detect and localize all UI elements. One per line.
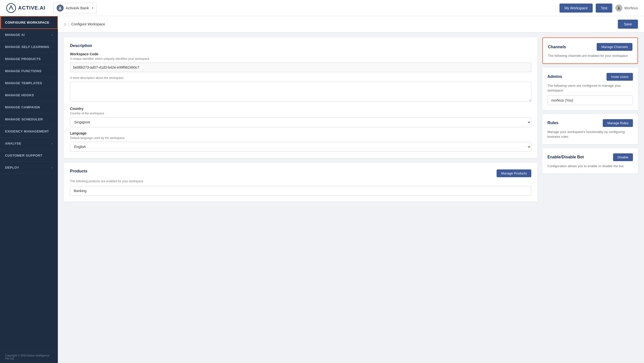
breadcrumb-current: Configure Workspace [71,22,105,26]
sidebar-label-deploy: DEPLOY [5,166,19,169]
breadcrumb: ⌂ | Configure Workspace [64,22,105,26]
description-hint: A short description about the workspace [70,76,531,80]
language-label: Language [70,131,531,135]
bot-title: Enable/Disable Bot [547,155,584,159]
products-subtitle: The following products are enabled for y… [70,179,531,183]
country-label: Country [70,107,531,111]
rules-panel-header: Rules Manage Rules [547,119,633,127]
channels-panel-card: Channels Manage Channels The following c… [542,37,638,64]
language-hint: Default language used by the workspace [70,136,531,140]
sidebar-label-manage-self-learning: MANAGE SELF LEARNING [5,45,49,49]
sidebar-item-manage-products[interactable]: MANAGE PRODUCTS [0,53,58,65]
logo-icon [6,3,16,13]
chevron-icon-manage-ai: › [52,33,53,37]
rules-description: Manage your workspace's functionality by… [547,129,633,139]
workspace-name: ActiveAi Bank [66,6,89,10]
sidebar-label-manage-templates: MANAGE TEMPLATES [5,81,42,85]
svg-point-3 [618,7,619,8]
bot-description: Configuration allows you to enable or di… [547,164,633,169]
test-button[interactable]: Test [596,4,612,13]
sidebar-footer: Copyright © 2020 Active Intelligence Pte… [0,351,58,363]
description-card: Description Workspace Code A unique iden… [64,37,537,158]
product-item: Banking [70,186,531,196]
channels-panel-header: Channels Manage Channels [548,43,632,51]
sidebar-label-manage-campaign: MANAGE CAMPAIGN [5,105,40,109]
description-textarea[interactable] [70,82,531,102]
header-actions: My Workspace Test Morfeus [559,4,638,13]
svg-point-2 [59,7,61,8]
user-area: Morfeus [615,5,638,12]
workspace-dropdown-arrow: ▾ [92,6,93,10]
sidebar-item-analyse[interactable]: ANALYSE › [0,138,58,150]
sidebar-item-manage-self-learning[interactable]: MANAGE SELF LEARNING [0,41,58,53]
content-grid: Description Workspace Code A unique iden… [58,32,644,207]
admins-panel-header: Admins Invite Users [547,73,633,81]
workspace-selector[interactable]: ActiveAi Bank ▾ [53,3,97,13]
products-card: Products Manage Products The following p… [64,163,537,202]
sidebar-item-manage-scheduler[interactable]: MANAGE SCHEDULER [0,113,58,125]
sidebar-item-manage-templates[interactable]: MANAGE TEMPLATES [0,77,58,89]
chevron-icon-deploy: › [52,166,53,169]
sidebar-label-configure-workspace: CONFIGURE WORKSPACE [5,21,49,24]
left-column: Description Workspace Code A unique iden… [64,37,537,202]
products-card-header: Products Manage Products [70,169,531,177]
admins-panel-card: Admins Invite Users The following users … [542,68,638,110]
workspace-code-input[interactable] [70,63,531,72]
rules-title: Rules [547,121,558,125]
country-select[interactable]: Singapore United States India Australia … [70,117,531,127]
sidebar-item-deploy[interactable]: DEPLOY › [0,162,58,174]
manage-products-button[interactable]: Manage Products [497,169,531,177]
workspace-code-label: Workspace Code [70,52,531,56]
logo-area: ACTIVE.AI [6,3,45,13]
manage-rules-button[interactable]: Manage Rules [603,119,633,127]
my-workspace-button[interactable]: My Workspace [559,4,593,13]
sidebar-label-analyse: ANALYSE [5,142,21,145]
bot-panel-header: Enable/Disable Bot Disable [547,153,633,161]
user-name: Morfeus [624,6,638,10]
svg-point-1 [11,5,12,7]
rules-panel-card: Rules Manage Rules Manage your workspace… [542,114,638,144]
chevron-icon-analyse: › [52,142,53,145]
workspace-avatar-icon [57,5,64,12]
main-content: ⌂ | Configure Workspace Save Description… [58,16,644,363]
sidebar-item-manage-campaign[interactable]: MANAGE CAMPAIGN [0,101,58,113]
country-hint: Country of the workspace [70,112,531,115]
home-icon[interactable]: ⌂ [64,22,66,26]
user-avatar-icon [615,5,622,12]
sidebar-item-manage-ai[interactable]: MANAGE AI › [0,29,58,41]
breadcrumb-separator: | [68,22,69,26]
disable-bot-button[interactable]: Disable [613,153,633,161]
right-panel: Channels Manage Channels The following c… [542,37,638,202]
sidebar-label-manage-functions: MANAGE FUNCTIONS [5,69,42,73]
logo-text: ACTIVE.AI [18,5,45,11]
sidebar-item-exigency-management[interactable]: EXIGENCY MANAGEMENT [0,125,58,138]
language-select[interactable]: English Chinese Malay Tamil [70,142,531,152]
products-card-title: Products [70,169,87,173]
channels-title: Channels [548,45,566,49]
admins-title: Admins [547,74,562,79]
sidebar-label-manage-scheduler: MANAGE SCHEDULER [5,117,43,121]
app-layout: CONFIGURE WORKSPACE MANAGE AI › MANAGE S… [0,16,644,363]
description-card-title: Description [70,43,531,48]
breadcrumb-bar: ⌂ | Configure Workspace Save [58,16,644,32]
sidebar-label-manage-ai: MANAGE AI [5,33,25,37]
channels-description: The following channels are enabled for y… [548,53,632,58]
save-button[interactable]: Save [618,20,638,29]
sidebar-item-manage-hooks[interactable]: MANAGE HOOKS [0,89,58,101]
bot-panel-card: Enable/Disable Bot Disable Configuration… [542,148,638,174]
svg-point-0 [7,4,16,13]
header: ACTIVE.AI ActiveAi Bank ▾ My Workspace T… [0,0,644,16]
admin-user-item: morfeus (You) [547,96,633,105]
sidebar-label-manage-hooks: MANAGE HOOKS [5,93,34,97]
sidebar-label-exigency-management: EXIGENCY MANAGEMENT [5,129,49,133]
sidebar-item-manage-functions[interactable]: MANAGE FUNCTIONS [0,65,58,77]
sidebar-label-manage-products: MANAGE PRODUCTS [5,57,41,61]
sidebar-item-configure-workspace[interactable]: CONFIGURE WORKSPACE [0,16,58,29]
invite-users-button[interactable]: Invite Users [607,73,633,81]
workspace-code-hint: A unique identifier which uniquely ident… [70,57,531,61]
sidebar-label-customer-support: CUSTOMER SUPPORT [5,154,43,157]
manage-channels-button[interactable]: Manage Channels [597,43,632,51]
sidebar: CONFIGURE WORKSPACE MANAGE AI › MANAGE S… [0,16,58,363]
admins-description: The following users are configured to ma… [547,83,633,93]
sidebar-item-customer-support[interactable]: CUSTOMER SUPPORT [0,150,58,162]
